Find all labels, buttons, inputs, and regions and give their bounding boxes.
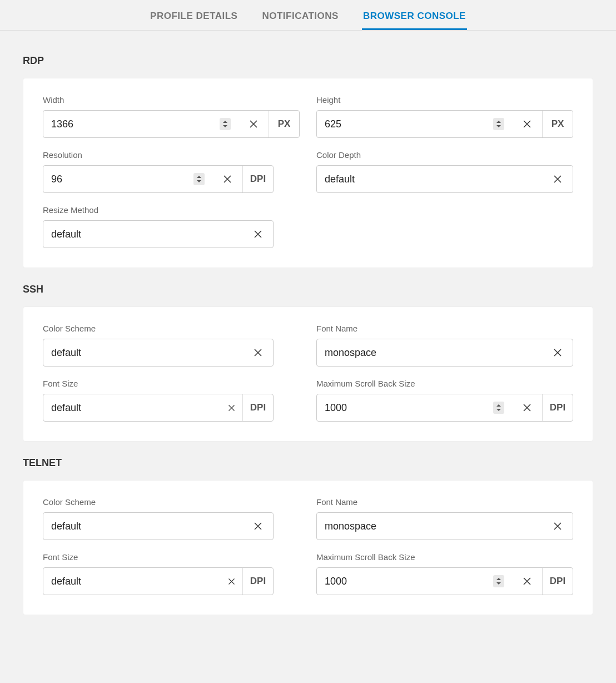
ssh-maxscroll-label: Maximum Scroll Back Size — [316, 379, 573, 388]
dpi-suffix: DPI — [242, 568, 273, 595]
dpi-suffix: DPI — [242, 166, 273, 192]
telnet-fontsize-input-group: DPI — [43, 567, 274, 595]
clear-button[interactable] — [212, 166, 242, 192]
telnet-maxscroll-label: Maximum Scroll Back Size — [316, 552, 573, 562]
close-icon — [553, 521, 563, 531]
stepper-icon[interactable] — [193, 173, 205, 185]
px-suffix: PX — [542, 111, 573, 137]
rdp-resolution-label: Resolution — [43, 150, 300, 160]
section-title-rdp: RDP — [23, 55, 593, 67]
clear-button[interactable] — [512, 111, 542, 137]
ssh-colorscheme-input-group — [43, 339, 274, 367]
rdp-colordepth-input[interactable] — [325, 174, 535, 185]
telnet-fontname-input-group — [316, 512, 573, 540]
close-icon — [227, 577, 236, 586]
rdp-height-input[interactable] — [325, 118, 489, 130]
ssh-fontsize-label: Font Size — [43, 379, 300, 388]
telnet-card: Color Scheme Font Name — [23, 480, 593, 615]
rdp-resolution-input[interactable] — [51, 174, 189, 185]
dpi-suffix: DPI — [542, 568, 573, 595]
close-icon — [253, 348, 263, 358]
section-title-ssh: SSH — [23, 284, 593, 295]
ssh-fontname-label: Font Name — [316, 324, 573, 333]
stepper-icon[interactable] — [220, 118, 231, 130]
rdp-card: Width PX Height — [23, 78, 593, 268]
close-icon — [553, 174, 563, 184]
rdp-resizemethod-input[interactable] — [51, 229, 235, 240]
clear-button[interactable] — [239, 111, 269, 137]
ssh-fontsize-input-group: DPI — [43, 394, 274, 422]
clear-button[interactable] — [543, 513, 573, 540]
telnet-fontname-label: Font Name — [316, 497, 573, 507]
section-title-telnet: TELNET — [23, 457, 593, 469]
tab-profile-details[interactable]: PROFILE DETAILS — [149, 5, 239, 30]
close-icon — [249, 119, 259, 129]
rdp-width-input-group: PX — [43, 110, 300, 138]
ssh-fontsize-input[interactable] — [51, 402, 212, 414]
telnet-fontsize-label: Font Size — [43, 552, 300, 562]
clear-button[interactable] — [220, 568, 242, 595]
stepper-icon[interactable] — [493, 118, 504, 130]
ssh-card: Color Scheme Font Name — [23, 306, 593, 442]
clear-button[interactable] — [243, 221, 273, 248]
ssh-maxscroll-input[interactable] — [325, 402, 489, 414]
dpi-suffix: DPI — [242, 394, 273, 421]
stepper-icon[interactable] — [493, 575, 504, 587]
close-icon — [253, 521, 263, 531]
clear-button[interactable] — [243, 513, 273, 540]
rdp-resizemethod-label: Resize Method — [43, 205, 300, 215]
telnet-maxscroll-input[interactable] — [325, 576, 489, 587]
close-icon — [522, 403, 532, 413]
clear-button[interactable] — [512, 394, 542, 421]
clear-button[interactable] — [243, 339, 273, 366]
rdp-colordepth-input-group — [316, 165, 573, 193]
telnet-maxscroll-input-group: DPI — [316, 567, 573, 595]
rdp-resolution-input-group: DPI — [43, 165, 274, 193]
telnet-colorscheme-input[interactable] — [51, 521, 235, 532]
close-icon — [253, 229, 263, 239]
rdp-width-label: Width — [43, 95, 300, 105]
telnet-colorscheme-label: Color Scheme — [43, 497, 300, 507]
close-icon — [222, 174, 232, 184]
dpi-suffix: DPI — [542, 394, 573, 421]
ssh-fontname-input[interactable] — [325, 347, 535, 359]
telnet-fontname-input[interactable] — [325, 521, 535, 532]
close-icon — [227, 404, 236, 412]
clear-button[interactable] — [543, 166, 573, 192]
ssh-colorscheme-input[interactable] — [51, 347, 235, 359]
ssh-maxscroll-input-group: DPI — [316, 394, 573, 422]
clear-button[interactable] — [512, 568, 542, 595]
telnet-fontsize-input[interactable] — [51, 576, 212, 587]
clear-button[interactable] — [220, 394, 242, 421]
rdp-height-label: Height — [316, 95, 573, 105]
rdp-colordepth-label: Color Depth — [316, 150, 573, 160]
ssh-colorscheme-label: Color Scheme — [43, 324, 300, 333]
ssh-fontname-input-group — [316, 339, 573, 367]
close-icon — [522, 119, 532, 129]
telnet-colorscheme-input-group — [43, 512, 274, 540]
rdp-resizemethod-input-group — [43, 220, 274, 248]
rdp-width-input[interactable] — [51, 118, 215, 130]
stepper-icon[interactable] — [493, 402, 504, 414]
close-icon — [553, 348, 563, 358]
tab-notifications[interactable]: NOTIFICATIONS — [261, 5, 339, 30]
clear-button[interactable] — [543, 339, 573, 366]
close-icon — [522, 576, 532, 586]
px-suffix: PX — [269, 111, 299, 137]
tab-browser-console[interactable]: BROWSER CONSOLE — [362, 5, 467, 30]
tabs-bar: PROFILE DETAILS NOTIFICATIONS BROWSER CO… — [0, 0, 616, 31]
rdp-height-input-group: PX — [316, 110, 573, 138]
